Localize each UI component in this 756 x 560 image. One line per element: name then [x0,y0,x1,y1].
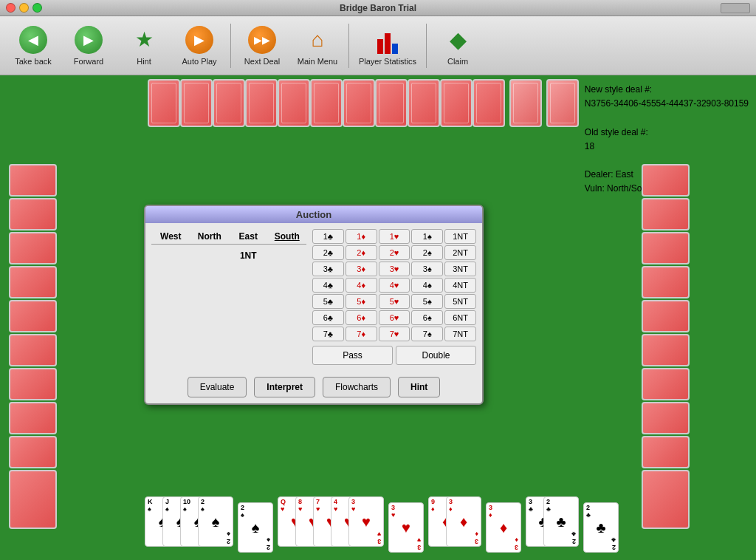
bid-1nt[interactable]: 1NT [444,229,476,244]
diamonds-group: 9♦ ♦ 9♦ 3♦ ♦ 3♦ [428,496,481,553]
bid-3-club[interactable]: 3♣ [312,262,344,276]
old-style-deal-label: Old style deal #: [585,126,749,140]
bid-7-spade[interactable]: 7♠ [411,327,443,341]
bid-2-heart[interactable]: 2♥ [379,245,410,260]
card-back [9,198,57,231]
bid-4-club[interactable]: 4♣ [312,278,344,293]
card-back [9,334,57,366]
window-controls [6,3,42,13]
double-button[interactable]: Double [396,346,476,365]
card-2-spades[interactable]: 2♠ ♠ 2♠ [198,496,233,547]
interpret-button[interactable]: Interpret [254,377,315,397]
bid-3nt[interactable]: 3NT [444,262,476,276]
auction-dialog: Auction West North East South 1NT [144,205,484,405]
auto-play-icon: ▶ [185,26,213,54]
take-back-icon: ◀ [19,26,47,54]
bid-4-spade[interactable]: 4♠ [411,278,443,293]
card-back [509,79,542,127]
hearts-3-lone: 3♥ ♥ 3♥ [388,496,424,553]
spades-2-lone: 2♠ ♠ 2♠ [238,496,273,553]
bid-7-heart[interactable]: 7♥ [379,327,410,341]
card-back [9,266,57,298]
bid-5-spade[interactable]: 5♠ [411,294,443,309]
separator-1 [230,24,231,68]
claim-icon: ◆ [444,26,472,54]
card-3-diamonds[interactable]: 3♦ ♦ 3♦ [446,496,481,547]
close-button[interactable] [6,3,16,13]
card-back [440,79,472,127]
col-east: East [229,229,268,244]
card-back [642,436,690,468]
bid-2-spade[interactable]: 2♠ [411,245,443,260]
card-back [642,164,690,197]
bid-6-spade[interactable]: 6♠ [411,310,443,325]
card-back [245,79,278,127]
card-back [642,334,690,366]
bid-5-diamond[interactable]: 5♦ [346,294,377,309]
bid-2nt[interactable]: 2NT [444,245,476,260]
spades-group: K♠ ♠ K♠ J♠ ♠ J♠ 10♠ ♠ 10♠ 2♠ ♠ 2♠ [145,496,233,553]
card-2-spades-lone[interactable]: 2♠ ♠ 2♠ [238,502,273,553]
bid-3-heart[interactable]: 3♥ [379,262,410,276]
bid-4nt[interactable]: 4NT [444,278,476,293]
auction-bid-buttons: 1♣ 1♦ 1♥ 1♠ 1NT 2♣ 2♦ 2♥ 2♠ 2NT 3♣ 3♦ 3♥… [312,229,476,365]
bid-5-club[interactable]: 5♣ [312,294,344,309]
next-deal-label: Next Deal [244,57,280,66]
west-bids [151,248,190,337]
auto-play-button[interactable]: ▶ Auto Play [173,20,225,72]
player-statistics-button[interactable]: Player Statistics [354,20,421,72]
bid-5nt[interactable]: 5NT [444,294,476,309]
main-menu-button[interactable]: ⌂ Main Menu [292,20,343,72]
bid-7nt[interactable]: 7NT [444,327,476,341]
player-statistics-label: Player Statistics [359,57,416,66]
hint-toolbar-button[interactable]: ★ Hint [118,20,170,72]
bid-4-heart[interactable]: 4♥ [379,278,410,293]
flowcharts-button[interactable]: Flowcharts [323,377,391,397]
evaluate-button[interactable]: Evaluate [188,377,247,397]
east-bids: 1NT [229,248,268,337]
south-bids [268,248,307,337]
card-back [180,79,213,127]
card-3-diamonds-lone[interactable]: 3♦ ♦ 3♦ [486,502,521,553]
bid-1-diamond[interactable]: 1♦ [346,229,377,244]
card-2-clubs[interactable]: 2♣ ♣ 2♣ [543,496,579,547]
bid-1-heart[interactable]: 1♥ [379,229,410,244]
minimize-button[interactable] [19,3,29,13]
hint-button[interactable]: Hint [398,377,440,397]
clubs-2-lone: 2♣ ♣ 2♣ [583,496,619,553]
card-3-hearts[interactable]: 3♥ ♥ 3♥ [348,496,384,547]
main-menu-label: Main Menu [298,57,337,66]
bid-6-heart[interactable]: 6♥ [379,310,410,325]
bid-1-club[interactable]: 1♣ [312,229,344,244]
bid-6-diamond[interactable]: 6♦ [346,310,377,325]
bid-1-spade[interactable]: 1♠ [411,229,443,244]
claim-button[interactable]: ◆ Claim [432,20,484,72]
west-hand [9,164,57,529]
maximize-button[interactable] [32,3,42,13]
card-back [9,164,57,197]
spades-stack: K♠ ♠ K♠ J♠ ♠ J♠ 10♠ ♠ 10♠ 2♠ ♠ 2♠ [145,496,233,547]
bid-7-club[interactable]: 7♣ [312,327,344,341]
card-back [343,79,375,127]
forward-button[interactable]: ▶ Forward [63,20,114,72]
bid-4-diamond[interactable]: 4♦ [346,278,377,293]
hint-icon: ★ [130,26,158,54]
bid-2-diamond[interactable]: 2♦ [346,245,377,260]
card-3-hearts-lone[interactable]: 3♥ ♥ 3♥ [388,502,424,553]
bid-2-club[interactable]: 2♣ [312,245,344,260]
bid-3-spade[interactable]: 3♠ [411,262,443,276]
bid-6nt[interactable]: 6NT [444,310,476,325]
next-deal-button[interactable]: ▶▶ Next Deal [236,20,288,72]
card-back [278,79,310,127]
bid-7-diamond[interactable]: 7♦ [346,327,377,341]
bid-6-club[interactable]: 6♣ [312,310,344,325]
pass-button[interactable]: Pass [312,346,393,365]
game-area: New style deal #: N3756-34406-45554-4443… [0,75,756,560]
window-resize-button[interactable] [721,3,750,13]
take-back-button[interactable]: ◀ Take back [7,20,59,72]
bid-3-diamond[interactable]: 3♦ [346,262,377,276]
auction-footer: Evaluate Interpret Flowcharts Hint [145,371,482,403]
bid-5-heart[interactable]: 5♥ [379,294,410,309]
card-2-clubs-lone[interactable]: 2♣ ♣ 2♣ [583,502,619,553]
card-back [642,198,690,231]
